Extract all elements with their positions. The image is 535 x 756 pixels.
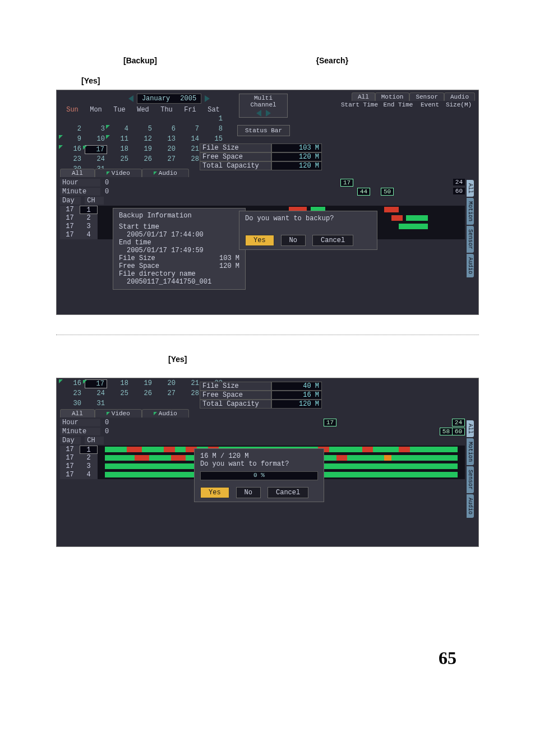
cal-hdr-sun: Sun — [61, 106, 84, 114]
prev-channel-icon[interactable] — [256, 110, 261, 117]
media-tabs: All Video Audio — [60, 169, 189, 177]
backup-info-panel: Backup Information Start time 2005/01/17… — [113, 208, 246, 290]
size-panel-2: File Size40 M Free Space16 M Total Capac… — [200, 382, 322, 409]
calendar-month: January — [142, 95, 170, 103]
day-ch-header: Day CH — [60, 197, 465, 205]
event-columns: Start Time End Time Event Size(M) — [340, 101, 475, 108]
calendar-year: 2005 — [180, 95, 196, 103]
next-month-icon[interactable] — [205, 95, 210, 102]
yes-label-1: [Yes] — [81, 76, 479, 85]
no-button[interactable]: No — [281, 235, 306, 246]
size-panel: File Size103 M Free Space120 M Total Cap… — [200, 143, 322, 170]
format-no-button[interactable]: No — [236, 487, 261, 498]
dvr-backup-screen: January 2005 Sun Mon Tue Wed Thu Fri Sat… — [56, 90, 479, 315]
yes-button[interactable]: Yes — [245, 235, 274, 246]
calendar-title: January 2005 — [137, 94, 201, 104]
next-channel-icon[interactable] — [266, 110, 271, 117]
tab-all-media[interactable]: All — [60, 169, 95, 177]
tab-audio-media[interactable]: Audio — [142, 169, 189, 177]
status-bar-button[interactable]: Status Bar — [237, 125, 290, 136]
tab-video[interactable]: Video — [95, 169, 142, 177]
confirm-message: Do you want to backup? — [245, 215, 371, 222]
cancel-button[interactable]: Cancel — [312, 235, 353, 246]
tab-audio[interactable]: Audio — [444, 92, 475, 101]
format-confirm-dialog: 16 M / 120 M Do you want to format? 0 % … — [194, 448, 324, 502]
dvr-format-screen: 16 17 18 19 20 21 22 23 24 25 26 27 28 2… — [56, 378, 479, 547]
format-ratio: 16 M / 120 M — [200, 452, 318, 460]
format-message: Do you want to format? — [200, 460, 318, 468]
page-number: 65 — [56, 648, 456, 669]
search-heading: {Search} — [316, 56, 349, 65]
yes-label-2: [Yes] — [168, 355, 479, 364]
format-progress: 0 % — [200, 471, 318, 480]
tab-motion[interactable]: Motion — [375, 92, 410, 101]
tab-all[interactable]: All — [352, 92, 375, 101]
backup-confirm-dialog: Do you want to backup? Yes No Cancel — [239, 211, 377, 250]
prev-month-icon[interactable] — [128, 95, 133, 102]
hour-ruler: Hour 0 17 24 — [60, 179, 465, 187]
format-yes-button[interactable]: Yes — [200, 487, 229, 498]
event-filter-tabs: All Motion Sensor Audio — [352, 92, 475, 101]
side-filter-tabs: All Motion Sensor Audio — [467, 180, 477, 279]
minute-ruler: Minute 0 44 50 60 — [60, 188, 465, 196]
tab-sensor[interactable]: Sensor — [409, 92, 444, 101]
format-cancel-button[interactable]: Cancel — [268, 487, 308, 498]
multi-channel-box[interactable]: Multi Channel — [239, 94, 288, 118]
backup-heading: [Backup] — [123, 56, 157, 65]
